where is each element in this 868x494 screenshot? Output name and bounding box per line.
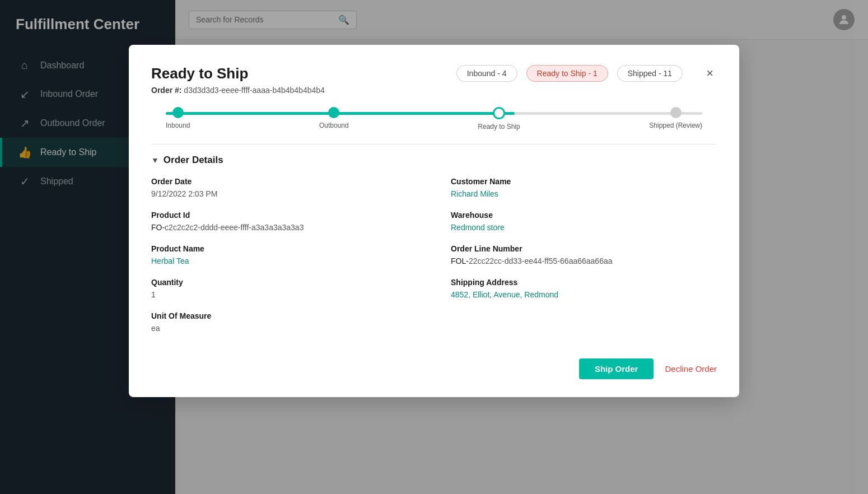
field-label-quantity: Quantity	[151, 278, 417, 287]
ship-order-button[interactable]: Ship Order	[579, 358, 654, 379]
modal-title: Ready to Ship	[151, 65, 248, 82]
product-id-rest: c2c2c2c2-dddd-eeee-ffff-a3a3a3a3a3a3	[165, 223, 304, 232]
field-order-line-number: Order Line Number FOL-22cc22cc-dd33-ee44…	[451, 244, 717, 265]
modal-badges: Inbound - 4 Ready to Ship - 1 Shipped - …	[456, 65, 683, 82]
field-label-warehouse: Warehouse	[451, 211, 717, 220]
order-line-rest: 22cc22cc-dd33-ee44-ff55-66aa66aa66aa	[469, 257, 613, 265]
order-number: Order #: d3d3d3d3-eeee-ffff-aaaa-b4b4b4b…	[151, 86, 717, 95]
field-value-customer-name: Richard Miles	[451, 189, 717, 198]
step-shipped-review: Shipped (Review)	[649, 107, 702, 131]
badge-shipped[interactable]: Shipped - 11	[617, 65, 683, 82]
progress-steps: Inbound Outbound Ready to Ship	[166, 107, 702, 131]
step-outbound: Outbound	[319, 107, 349, 131]
progress-container: Inbound Outbound Ready to Ship	[151, 107, 717, 131]
field-value-quantity: 1	[151, 290, 417, 299]
field-label-product-id: Product Id	[151, 211, 417, 220]
step-label-outbound: Outbound	[319, 122, 349, 129]
close-button[interactable]: ×	[703, 65, 717, 82]
field-customer-name: Customer Name Richard Miles	[451, 177, 717, 198]
order-number-label: Order #:	[151, 86, 181, 95]
decline-order-button[interactable]: Decline Order	[665, 364, 717, 374]
order-line-prefix: FOL-	[451, 257, 469, 265]
badge-ready-to-ship[interactable]: Ready to Ship - 1	[526, 65, 608, 82]
product-id-prefix: FO-	[151, 223, 165, 232]
field-label-product-name: Product Name	[151, 244, 417, 253]
chevron-down-icon: ▼	[151, 156, 159, 165]
modal-header: Ready to Ship Inbound - 4 Ready to Ship …	[151, 65, 717, 82]
step-ready-to-ship: Ready to Ship	[478, 107, 520, 131]
section-header[interactable]: ▼ Order Details	[151, 155, 717, 166]
step-label-shipped-review: Shipped (Review)	[649, 122, 702, 129]
order-id-value: d3d3d3d3-eeee-ffff-aaaa-b4b4b4b4b4b4	[184, 86, 324, 95]
section-divider	[151, 144, 717, 145]
badge-inbound[interactable]: Inbound - 4	[456, 65, 517, 82]
step-dot-ready-to-ship	[493, 107, 505, 119]
field-product-name: Product Name Herbal Tea	[151, 244, 417, 265]
step-label-inbound: Inbound	[166, 122, 190, 129]
modal-footer: Ship Order Decline Order	[151, 353, 717, 379]
field-label-customer-name: Customer Name	[451, 177, 717, 186]
field-label-shipping-address: Shipping Address	[451, 278, 717, 287]
detail-grid: Order Date 9/12/2022 2:03 PM Product Id …	[151, 177, 717, 345]
field-quantity: Quantity 1	[151, 278, 417, 299]
right-column: Customer Name Richard Miles Warehouse Re…	[451, 177, 717, 345]
field-value-shipping-address: 4852, Elliot, Avenue, Redmond	[451, 290, 717, 299]
left-column: Order Date 9/12/2022 2:03 PM Product Id …	[151, 177, 417, 345]
field-value-product-name: Herbal Tea	[151, 257, 417, 265]
field-product-id: Product Id FO-c2c2c2c2-dddd-eeee-ffff-a3…	[151, 211, 417, 232]
field-label-unit-of-measure: Unit Of Measure	[151, 311, 417, 320]
modal: Ready to Ship Inbound - 4 Ready to Ship …	[129, 45, 739, 397]
field-value-order-date: 9/12/2022 2:03 PM	[151, 189, 417, 198]
field-unit-of-measure: Unit Of Measure ea	[151, 311, 417, 333]
step-dot-outbound	[328, 107, 339, 118]
field-value-product-id: FO-c2c2c2c2-dddd-eeee-ffff-a3a3a3a3a3a3	[151, 223, 417, 232]
section-title: Order Details	[164, 155, 223, 166]
field-value-warehouse: Redmond store	[451, 223, 717, 232]
field-warehouse: Warehouse Redmond store	[451, 211, 717, 232]
field-order-date: Order Date 9/12/2022 2:03 PM	[151, 177, 417, 198]
field-value-order-line-number: FOL-22cc22cc-dd33-ee44-ff55-66aa66aa66aa	[451, 257, 717, 265]
step-dot-inbound	[172, 107, 184, 118]
step-inbound: Inbound	[166, 107, 190, 131]
step-label-ready-to-ship: Ready to Ship	[478, 123, 520, 131]
field-label-order-date: Order Date	[151, 177, 417, 186]
field-label-order-line-number: Order Line Number	[451, 244, 717, 253]
field-value-unit-of-measure: ea	[151, 324, 417, 333]
step-dot-shipped-review	[670, 107, 682, 118]
main-content: 🔍 Ready to Ship Inbound - 4 Ready to Shi…	[175, 0, 868, 494]
field-shipping-address: Shipping Address 4852, Elliot, Avenue, R…	[451, 278, 717, 299]
